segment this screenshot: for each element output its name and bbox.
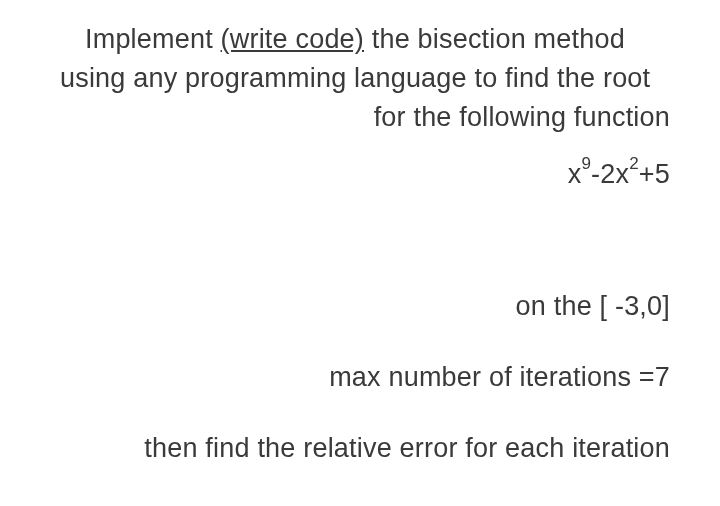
instruction-line-2: using any programming language to find t… [60,59,670,98]
max-iterations-text: max number of iterations =7 [30,358,670,397]
write-code-underlined: (write code) [221,24,364,54]
relative-error-text: then find the relative error for each it… [30,429,670,468]
instruction-line-3: for the following function [30,98,670,137]
instruction-line-1: Implement (write code) the bisection met… [85,20,670,59]
problem-text: Implement (write code) the bisection met… [30,20,670,468]
equation-expression: x9-2x2+5 [568,155,670,194]
eq-exp-2: 2 [629,154,639,173]
eq-var-x1: x [568,159,582,189]
text-suffix: the bisection method [364,24,625,54]
eq-exp-9: 9 [581,154,591,173]
interval-text: on the [ -3,0] [30,287,670,326]
equation: x9-2x2+5 [30,155,670,194]
text-prefix: Implement [85,24,221,54]
eq-term-plus5: +5 [639,159,670,189]
eq-term-2x: -2x [591,159,629,189]
